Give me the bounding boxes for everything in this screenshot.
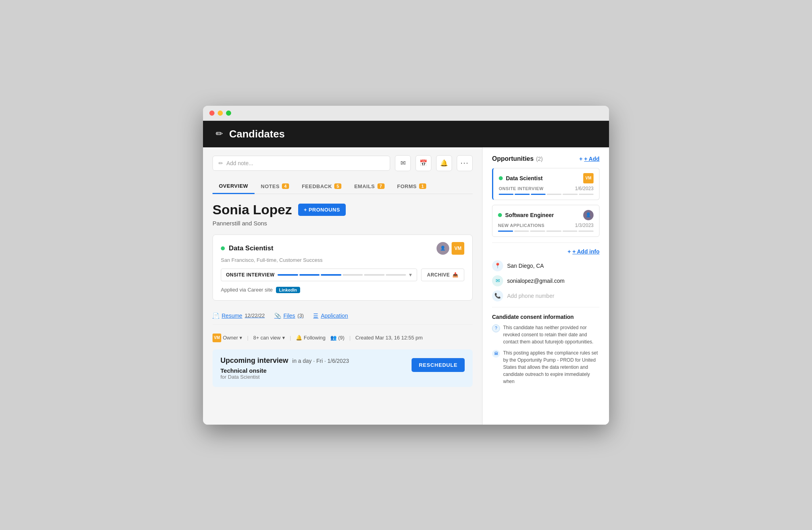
job-title-row: Data Scientist <box>221 244 273 252</box>
opp-header-1: Data Scientist VM <box>499 173 594 183</box>
stage-label: ONSITE INTERVIEW <box>226 272 274 278</box>
applied-row: Applied via Career site LinkedIn <box>221 287 464 293</box>
window-chrome <box>203 106 609 121</box>
tab-notes[interactable]: NOTES 4 <box>255 179 295 194</box>
owner-label: Owner <box>223 335 238 341</box>
divider-2 <box>492 307 599 307</box>
email-text: sonialopez@gmail.com <box>507 278 565 284</box>
view-chevron: ▾ <box>282 335 285 341</box>
add-info-link[interactable]: + + Add info <box>568 248 600 255</box>
following-label: Following <box>304 335 326 341</box>
opp-active-dot-2 <box>498 213 502 217</box>
stage-seg-2 <box>299 274 320 276</box>
opp-seg-2-3 <box>530 231 545 232</box>
files-link[interactable]: 📎 Files (3) <box>274 313 304 319</box>
app-title: Candidates <box>229 128 285 140</box>
interview-left: Upcoming interview in a day · Fri · 1/6/… <box>220 357 349 380</box>
minimize-button[interactable] <box>218 111 223 116</box>
forms-badge: 1 <box>419 183 426 189</box>
email-button[interactable]: ✉ <box>395 155 411 171</box>
alarm-button[interactable]: 🔔 <box>436 155 452 171</box>
sep2: | <box>290 335 291 341</box>
stage-track <box>278 274 406 276</box>
files-label: Files <box>283 313 295 319</box>
main-content: ✏ Add note... ✉ 📅 🔔 ··· OVERVIEW NOTES 4 <box>203 147 609 425</box>
tab-feedback[interactable]: FEEDBACK 5 <box>295 179 348 194</box>
can-view-tag[interactable]: 8+ can view ▾ <box>253 335 285 341</box>
job-avatars: 👤 VM <box>437 242 464 255</box>
close-button[interactable] <box>209 111 214 116</box>
phone-icon: 📞 <box>492 290 503 301</box>
opp-track-1 <box>499 194 594 195</box>
opp-seg-2-6 <box>578 231 594 232</box>
resume-link[interactable]: 📄 Resume 12/22/22 <box>213 313 265 319</box>
app-window: ✏ Candidates ✏ Add note... ✉ 📅 🔔 ··· OVE… <box>203 106 609 425</box>
sep1: | <box>247 335 248 341</box>
opp-date-2: 1/3/2023 <box>575 223 594 228</box>
linkedin-badge: LinkedIn <box>276 287 300 293</box>
stage-seg-5 <box>364 274 385 276</box>
opp-seg-2-2 <box>514 231 529 232</box>
opportunity-data-scientist[interactable]: Data Scientist VM ONSITE INTERVIEW 1/6/2… <box>492 168 599 200</box>
applied-text: Applied via Career site <box>221 287 273 293</box>
reschedule-button[interactable]: RESCHEDULE <box>412 358 465 372</box>
opp-stage-1: ONSITE INTERVIEW <box>499 186 544 191</box>
consent-title: Candidate consent information <box>492 314 599 320</box>
job-location: San Francisco, Full-time, Customer Succe… <box>221 257 464 263</box>
following-tag[interactable]: 🔔 Following <box>296 335 326 341</box>
archive-label: ARCHIVE <box>427 272 450 278</box>
application-link[interactable]: ☰ Application <box>313 313 348 319</box>
followers-tag[interactable]: 👥 (9) <box>330 335 345 341</box>
application-label: Application <box>321 313 348 319</box>
archive-button[interactable]: ARCHIVE 📥 <box>421 269 464 281</box>
add-opportunity-link[interactable]: + + Add <box>579 156 599 162</box>
tab-forms[interactable]: FORMS 1 <box>391 179 433 194</box>
owner-chevron: ▾ <box>239 335 242 341</box>
emails-badge: 7 <box>377 183 385 189</box>
interview-when: in a day · Fri · 1/6/2023 <box>292 358 349 364</box>
opp-title-1: Data Scientist <box>506 175 543 181</box>
avatar-vm: VM <box>452 242 464 255</box>
tabs: OVERVIEW NOTES 4 FEEDBACK 5 EMAILS 7 FOR… <box>213 179 473 194</box>
divider-1 <box>492 242 599 243</box>
archive-icon: 📥 <box>452 272 459 278</box>
opp-seg-2-4 <box>546 231 561 232</box>
pronouns-button[interactable]: + PRONOUNS <box>298 204 345 216</box>
plus-icon-2: + <box>568 248 571 255</box>
job-title: Data Scientist <box>229 244 273 252</box>
opp-seg-1-2 <box>515 194 529 195</box>
opp-seg-2-5 <box>563 231 578 232</box>
files-icon: 📎 <box>274 313 281 319</box>
email-item[interactable]: ✉ sonialopez@gmail.com <box>492 275 599 286</box>
opp-title-row-2: Software Engineer <box>498 212 554 218</box>
opp-seg-1-5 <box>563 194 577 195</box>
stage-chevron: ▾ <box>409 272 412 278</box>
opportunity-software-engineer[interactable]: Software Engineer 👤 NEW APPLICATIONS 1/3… <box>492 205 599 237</box>
notes-badge: 4 <box>282 183 289 189</box>
docs-row: 📄 Resume 12/22/22 📎 Files (3) ☰ Applicat… <box>213 307 473 325</box>
interview-type: Technical onsite <box>220 367 349 374</box>
job-card-header: Data Scientist 👤 VM <box>221 242 464 255</box>
interview-card: Upcoming interview in a day · Fri · 1/6/… <box>213 349 473 387</box>
phone-item[interactable]: 📞 Add phone number <box>492 290 599 301</box>
opp-header-2: Software Engineer 👤 <box>498 210 594 220</box>
note-input-wrap[interactable]: ✏ Add note... <box>213 156 390 171</box>
owner-tag[interactable]: VM Owner ▾ <box>213 334 242 342</box>
tab-emails[interactable]: EMAILS 7 <box>348 179 391 194</box>
more-button[interactable]: ··· <box>457 155 473 171</box>
maximize-button[interactable] <box>226 111 231 116</box>
followers-count: (9) <box>338 335 345 341</box>
application-icon: ☰ <box>313 313 318 319</box>
interview-title-row: Upcoming interview in a day · Fri · 1/6/… <box>220 357 349 365</box>
resume-icon: 📄 <box>213 313 219 319</box>
consent-item-2: 🏛 This posting applies the compliance ru… <box>492 349 599 385</box>
opp-count: (2) <box>536 156 543 162</box>
tab-overview[interactable]: OVERVIEW <box>213 179 255 194</box>
stage-select[interactable]: ONSITE INTERVIEW ▾ <box>221 269 417 281</box>
opp-track-2 <box>498 231 594 232</box>
consent-item-1: ? This candidate has neither provided no… <box>492 324 599 345</box>
calendar-button[interactable]: 📅 <box>416 155 431 171</box>
note-placeholder: Add note... <box>226 160 253 166</box>
opp-title-row-1: Data Scientist <box>499 175 543 181</box>
location-text: San Diego, CA <box>507 263 544 269</box>
